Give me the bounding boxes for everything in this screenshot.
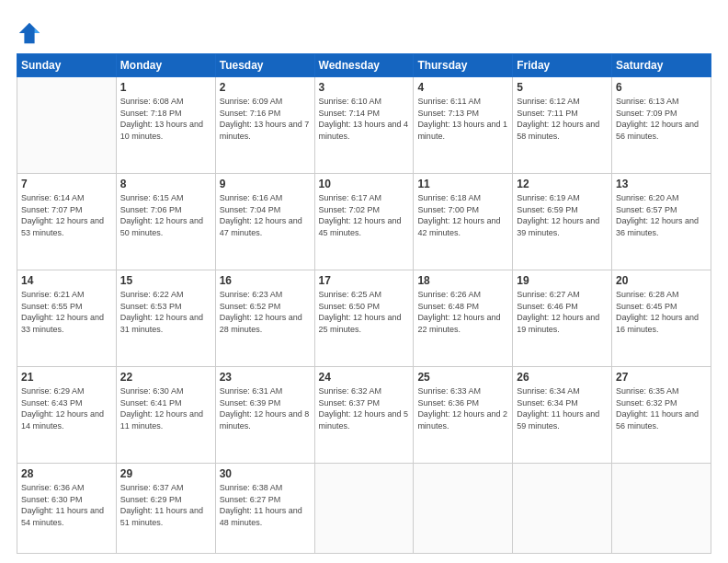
calendar-cell: 2Sunrise: 6:09 AMSunset: 7:16 PMDaylight… bbox=[215, 77, 314, 174]
calendar-cell: 15Sunrise: 6:22 AMSunset: 6:53 PMDayligh… bbox=[116, 270, 215, 367]
day-number: 29 bbox=[120, 467, 211, 480]
day-info: Sunrise: 6:11 AMSunset: 7:13 PMDaylight:… bbox=[417, 96, 508, 142]
calendar-cell: 9Sunrise: 6:16 AMSunset: 7:04 PMDaylight… bbox=[215, 174, 314, 270]
day-info: Sunrise: 6:32 AMSunset: 6:37 PMDaylight:… bbox=[319, 385, 410, 431]
calendar-header-saturday: Saturday bbox=[612, 54, 711, 77]
logo bbox=[17, 20, 46, 46]
svg-marker-1 bbox=[35, 28, 40, 33]
calendar-cell: 14Sunrise: 6:21 AMSunset: 6:55 PMDayligh… bbox=[17, 270, 117, 367]
day-number: 1 bbox=[120, 81, 211, 94]
calendar-cell: 12Sunrise: 6:19 AMSunset: 6:59 PMDayligh… bbox=[513, 174, 612, 270]
calendar-cell: 21Sunrise: 6:29 AMSunset: 6:43 PMDayligh… bbox=[17, 367, 117, 464]
day-number: 26 bbox=[517, 371, 608, 384]
day-number: 16 bbox=[220, 274, 311, 287]
day-info: Sunrise: 6:37 AMSunset: 6:29 PMDaylight:… bbox=[120, 482, 211, 528]
day-number: 27 bbox=[616, 371, 707, 384]
day-number: 30 bbox=[220, 467, 311, 480]
day-number: 10 bbox=[319, 178, 410, 190]
day-number: 23 bbox=[220, 371, 311, 384]
day-info: Sunrise: 6:31 AMSunset: 6:39 PMDaylight:… bbox=[220, 385, 311, 431]
calendar-cell: 22Sunrise: 6:30 AMSunset: 6:41 PMDayligh… bbox=[116, 367, 215, 464]
header bbox=[17, 17, 711, 46]
calendar-header-friday: Friday bbox=[513, 54, 612, 77]
day-number: 14 bbox=[21, 274, 112, 287]
calendar-cell: 30Sunrise: 6:38 AMSunset: 6:27 PMDayligh… bbox=[215, 464, 314, 554]
day-info: Sunrise: 6:20 AMSunset: 6:57 PMDaylight:… bbox=[616, 192, 707, 238]
day-info: Sunrise: 6:25 AMSunset: 6:50 PMDaylight:… bbox=[319, 289, 410, 335]
calendar-header-monday: Monday bbox=[116, 54, 215, 77]
calendar-cell: 25Sunrise: 6:33 AMSunset: 6:36 PMDayligh… bbox=[414, 367, 513, 464]
day-number: 5 bbox=[517, 81, 608, 94]
day-info: Sunrise: 6:13 AMSunset: 7:09 PMDaylight:… bbox=[616, 96, 707, 142]
day-info: Sunrise: 6:23 AMSunset: 6:52 PMDaylight:… bbox=[220, 289, 311, 335]
day-info: Sunrise: 6:14 AMSunset: 7:07 PMDaylight:… bbox=[21, 192, 112, 238]
day-info: Sunrise: 6:35 AMSunset: 6:32 PMDaylight:… bbox=[616, 385, 707, 431]
day-info: Sunrise: 6:18 AMSunset: 7:00 PMDaylight:… bbox=[417, 192, 508, 238]
day-info: Sunrise: 6:26 AMSunset: 6:48 PMDaylight:… bbox=[417, 289, 508, 335]
calendar-week-row: 7Sunrise: 6:14 AMSunset: 7:07 PMDaylight… bbox=[17, 174, 711, 270]
day-info: Sunrise: 6:10 AMSunset: 7:14 PMDaylight:… bbox=[319, 96, 410, 142]
calendar-cell: 1Sunrise: 6:08 AMSunset: 7:18 PMDaylight… bbox=[116, 77, 215, 174]
calendar-header-tuesday: Tuesday bbox=[215, 54, 314, 77]
calendar-cell bbox=[17, 77, 117, 174]
day-info: Sunrise: 6:22 AMSunset: 6:53 PMDaylight:… bbox=[120, 289, 211, 335]
calendar-cell bbox=[314, 464, 414, 554]
day-info: Sunrise: 6:12 AMSunset: 7:11 PMDaylight:… bbox=[517, 96, 608, 142]
page: SundayMondayTuesdayWednesdayThursdayFrid… bbox=[0, 0, 728, 563]
day-number: 12 bbox=[517, 178, 608, 190]
day-number: 8 bbox=[120, 178, 211, 190]
calendar-week-row: 21Sunrise: 6:29 AMSunset: 6:43 PMDayligh… bbox=[17, 367, 711, 464]
calendar-header-sunday: Sunday bbox=[17, 54, 117, 77]
calendar-cell: 20Sunrise: 6:28 AMSunset: 6:45 PMDayligh… bbox=[612, 270, 711, 367]
calendar-cell: 26Sunrise: 6:34 AMSunset: 6:34 PMDayligh… bbox=[513, 367, 612, 464]
calendar-cell: 29Sunrise: 6:37 AMSunset: 6:29 PMDayligh… bbox=[116, 464, 215, 554]
calendar-cell: 4Sunrise: 6:11 AMSunset: 7:13 PMDaylight… bbox=[414, 77, 513, 174]
day-info: Sunrise: 6:38 AMSunset: 6:27 PMDaylight:… bbox=[220, 482, 311, 528]
day-info: Sunrise: 6:08 AMSunset: 7:18 PMDaylight:… bbox=[120, 96, 211, 142]
day-info: Sunrise: 6:30 AMSunset: 6:41 PMDaylight:… bbox=[120, 385, 211, 431]
calendar-cell: 7Sunrise: 6:14 AMSunset: 7:07 PMDaylight… bbox=[17, 174, 117, 270]
day-number: 2 bbox=[220, 81, 311, 94]
calendar-cell: 3Sunrise: 6:10 AMSunset: 7:14 PMDaylight… bbox=[314, 77, 414, 174]
day-number: 13 bbox=[616, 178, 707, 190]
day-info: Sunrise: 6:33 AMSunset: 6:36 PMDaylight:… bbox=[417, 385, 508, 431]
calendar-header-thursday: Thursday bbox=[414, 54, 513, 77]
calendar-cell: 16Sunrise: 6:23 AMSunset: 6:52 PMDayligh… bbox=[215, 270, 314, 367]
day-number: 22 bbox=[120, 371, 211, 384]
calendar-cell: 24Sunrise: 6:32 AMSunset: 6:37 PMDayligh… bbox=[314, 367, 414, 464]
day-info: Sunrise: 6:16 AMSunset: 7:04 PMDaylight:… bbox=[220, 192, 311, 238]
calendar-cell: 23Sunrise: 6:31 AMSunset: 6:39 PMDayligh… bbox=[215, 367, 314, 464]
calendar-header-wednesday: Wednesday bbox=[314, 54, 414, 77]
calendar-cell: 11Sunrise: 6:18 AMSunset: 7:00 PMDayligh… bbox=[414, 174, 513, 270]
day-number: 25 bbox=[417, 371, 508, 384]
calendar-cell bbox=[513, 464, 612, 554]
day-info: Sunrise: 6:36 AMSunset: 6:30 PMDaylight:… bbox=[21, 482, 112, 528]
calendar-week-row: 1Sunrise: 6:08 AMSunset: 7:18 PMDaylight… bbox=[17, 77, 711, 174]
calendar-cell: 5Sunrise: 6:12 AMSunset: 7:11 PMDaylight… bbox=[513, 77, 612, 174]
day-number: 15 bbox=[120, 274, 211, 287]
day-number: 24 bbox=[319, 371, 410, 384]
day-info: Sunrise: 6:29 AMSunset: 6:43 PMDaylight:… bbox=[21, 385, 112, 431]
day-number: 4 bbox=[417, 81, 508, 94]
day-number: 6 bbox=[616, 81, 707, 94]
day-number: 21 bbox=[21, 371, 112, 384]
calendar-cell: 10Sunrise: 6:17 AMSunset: 7:02 PMDayligh… bbox=[314, 174, 414, 270]
day-number: 9 bbox=[220, 178, 311, 190]
calendar-cell: 27Sunrise: 6:35 AMSunset: 6:32 PMDayligh… bbox=[612, 367, 711, 464]
calendar-table: SundayMondayTuesdayWednesdayThursdayFrid… bbox=[17, 53, 711, 554]
day-number: 7 bbox=[21, 178, 112, 190]
calendar-header-row: SundayMondayTuesdayWednesdayThursdayFrid… bbox=[17, 54, 711, 77]
day-info: Sunrise: 6:27 AMSunset: 6:46 PMDaylight:… bbox=[517, 289, 608, 335]
calendar-cell: 6Sunrise: 6:13 AMSunset: 7:09 PMDaylight… bbox=[612, 77, 711, 174]
calendar-cell bbox=[414, 464, 513, 554]
calendar-week-row: 14Sunrise: 6:21 AMSunset: 6:55 PMDayligh… bbox=[17, 270, 711, 367]
day-number: 11 bbox=[417, 178, 508, 190]
day-info: Sunrise: 6:34 AMSunset: 6:34 PMDaylight:… bbox=[517, 385, 608, 431]
day-info: Sunrise: 6:15 AMSunset: 7:06 PMDaylight:… bbox=[120, 192, 211, 238]
calendar-cell: 19Sunrise: 6:27 AMSunset: 6:46 PMDayligh… bbox=[513, 270, 612, 367]
logo-icon bbox=[17, 20, 42, 46]
day-info: Sunrise: 6:19 AMSunset: 6:59 PMDaylight:… bbox=[517, 192, 608, 238]
calendar-cell bbox=[612, 464, 711, 554]
calendar-cell: 28Sunrise: 6:36 AMSunset: 6:30 PMDayligh… bbox=[17, 464, 117, 554]
day-number: 19 bbox=[517, 274, 608, 287]
